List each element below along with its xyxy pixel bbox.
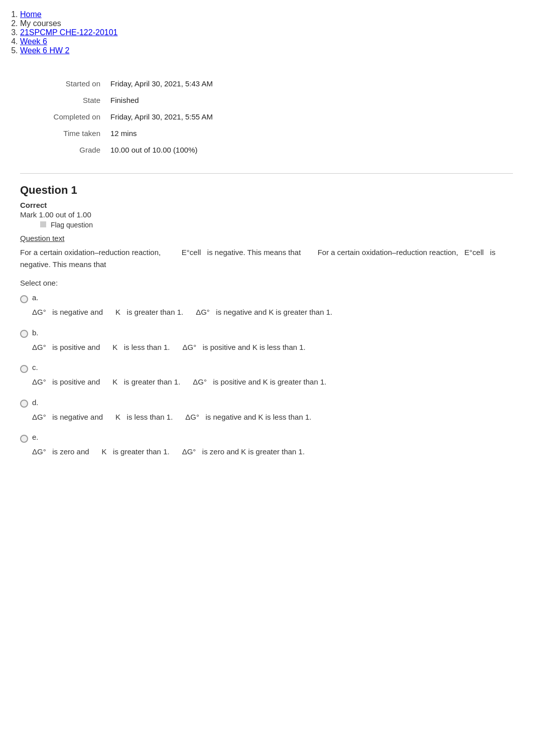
option-b-block: b. ΔG° is positive and K is less than 1.…	[20, 328, 513, 353]
option-e-letter: e.	[32, 433, 39, 441]
option-e-radio-row: e.	[20, 433, 513, 444]
breadcrumb-item-week6[interactable]: Week 6	[20, 37, 513, 46]
question-header: Question 1	[20, 184, 513, 197]
started-on-label: Started on	[50, 75, 110, 92]
option-a-text: ΔG° is negative and K is greater than 1.…	[32, 307, 513, 318]
breadcrumb-link-hw2[interactable]: Week 6 HW 2	[20, 46, 69, 55]
state-value: Finished	[110, 92, 223, 108]
breadcrumb-link-week6[interactable]: Week 6	[20, 37, 47, 46]
breadcrumb-item-my-courses: My courses	[20, 19, 513, 28]
option-e-radio[interactable]	[20, 435, 28, 443]
breadcrumb-item-course[interactable]: 21SPCMP CHE-122-20101	[20, 28, 513, 37]
completed-on-value: Friday, April 30, 2021, 5:55 AM	[110, 108, 223, 125]
option-a-radio-row: a.	[20, 293, 513, 305]
correct-label: Correct	[20, 201, 513, 209]
time-taken-label: Time taken	[50, 125, 110, 142]
info-table: Started on Friday, April 30, 2021, 5:43 …	[50, 75, 223, 158]
option-c-text: ΔG° is positive and K is greater than 1.…	[32, 376, 513, 388]
question-block: Question 1 Correct Mark 1.00 out of 1.00…	[20, 184, 513, 458]
option-b-letter: b.	[32, 328, 39, 337]
option-a-radio[interactable]	[20, 295, 28, 303]
option-a-block: a. ΔG° is negative and K is greater than…	[20, 293, 513, 318]
option-e-text: ΔG° is zero and K is greater than 1. ΔG°…	[32, 446, 513, 458]
option-d-text: ΔG° is negative and K is less than 1. ΔG…	[32, 412, 513, 423]
flag-icon	[40, 221, 46, 227]
option-d-block: d. ΔG° is negative and K is less than 1.…	[20, 398, 513, 423]
option-d-letter: d.	[32, 398, 39, 407]
completed-on-label: Completed on	[50, 108, 110, 125]
started-on-value: Friday, April 30, 2021, 5:43 AM	[110, 75, 223, 92]
time-taken-value: 12 mins	[110, 125, 223, 142]
grade-value: 10.00 out of 10.00 (100%)	[110, 142, 223, 158]
option-c-letter: c.	[32, 363, 38, 371]
option-b-text: ΔG° is positive and K is less than 1. ΔG…	[32, 342, 513, 353]
divider	[20, 173, 513, 174]
breadcrumb: Home My courses 21SPCMP CHE-122-20101 We…	[20, 10, 513, 55]
option-b-radio[interactable]	[20, 330, 28, 338]
mark-label: Mark 1.00 out of 1.00	[20, 210, 513, 219]
option-c-block: c. ΔG° is positive and K is greater than…	[20, 363, 513, 388]
option-c-radio[interactable]	[20, 365, 28, 373]
option-d-radio-row: d.	[20, 398, 513, 410]
question-text-label: Question text	[20, 234, 513, 242]
state-label: State	[50, 92, 110, 108]
flag-question[interactable]: Flag question	[40, 221, 513, 229]
select-one-label: Select one:	[20, 279, 513, 287]
breadcrumb-link-home[interactable]: Home	[20, 10, 42, 19]
option-a-letter: a.	[32, 293, 39, 302]
grade-label: Grade	[50, 142, 110, 158]
option-c-radio-row: c.	[20, 363, 513, 374]
breadcrumb-link-course[interactable]: 21SPCMP CHE-122-20101	[20, 28, 117, 37]
option-e-block: e. ΔG° is zero and K is greater than 1. …	[20, 433, 513, 458]
breadcrumb-item-home[interactable]: Home	[20, 10, 513, 19]
breadcrumb-item-hw2[interactable]: Week 6 HW 2	[20, 46, 513, 55]
question-body: For a certain oxidation–reduction reacti…	[20, 246, 513, 271]
option-b-radio-row: b.	[20, 328, 513, 340]
option-d-radio[interactable]	[20, 400, 28, 408]
